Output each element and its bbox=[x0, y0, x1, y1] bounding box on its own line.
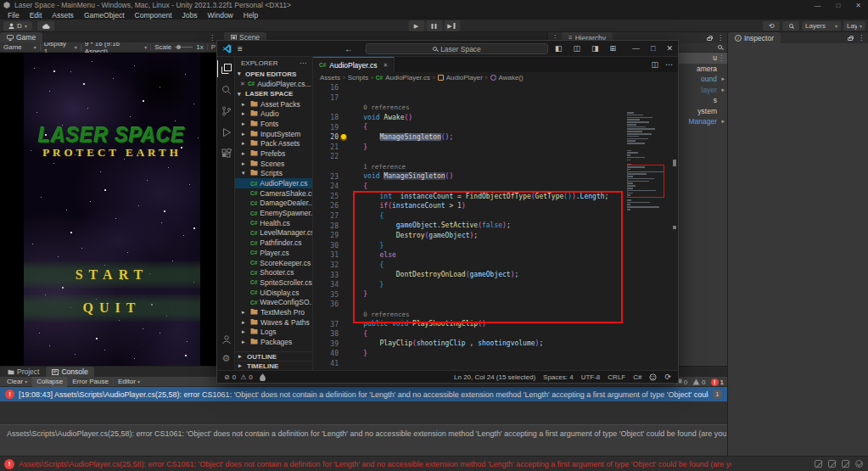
more-actions-icon[interactable]: ⋯ bbox=[300, 59, 306, 67]
quit-button[interactable]: QUIT bbox=[24, 294, 200, 322]
console-clear-button[interactable]: Clear▾ bbox=[3, 377, 31, 387]
explorer-activity-icon[interactable] bbox=[217, 60, 235, 77]
warning-count[interactable]: 0 bbox=[692, 378, 705, 386]
language-mode[interactable]: C# bbox=[633, 373, 641, 381]
encoding[interactable]: UTF-8 bbox=[581, 373, 601, 381]
menu-edit[interactable]: Edit bbox=[25, 11, 47, 20]
kebab-menu-icon[interactable]: ⋮ bbox=[858, 34, 865, 42]
breadcrumb[interactable]: Assets›Scripts›C#AudioPlayer.cs›AudioPla… bbox=[313, 72, 678, 83]
folder-prefebs[interactable]: ▸Prefebs bbox=[235, 149, 312, 159]
settings-gear-icon[interactable]: ⚙ bbox=[217, 350, 235, 367]
muted-icon[interactable] bbox=[828, 460, 836, 468]
tab-audioplayer-cs[interactable]: C# AudioPlayer.cs ✕ bbox=[313, 57, 395, 72]
codelens-references[interactable]: 0 references bbox=[363, 104, 409, 111]
minimize-icon[interactable]: — bbox=[632, 44, 640, 53]
console-editor-button[interactable]: Editor▾ bbox=[114, 377, 144, 387]
code-line-18[interactable]: 18 void Awake() bbox=[313, 113, 678, 123]
code-line-20[interactable]: 20 ManageSingleton(); bbox=[313, 132, 678, 143]
command-center-search[interactable]: Laser Space bbox=[366, 43, 548, 54]
kebab-menu-icon[interactable]: ⋮ bbox=[717, 34, 724, 42]
chevron-right-icon[interactable]: ▸ bbox=[721, 87, 725, 93]
lightbulb-icon[interactable] bbox=[341, 134, 346, 139]
code-line-26[interactable]: 26 if(instanceCount > 1) bbox=[313, 201, 678, 211]
unity-attach-flame-icon[interactable] bbox=[260, 373, 266, 381]
tab-console[interactable]: Console bbox=[46, 367, 93, 377]
toggle-secondary-sidebar-icon[interactable]: ◨ bbox=[591, 44, 599, 53]
folder-scripts[interactable]: ▾Scripts bbox=[235, 169, 312, 179]
search-button[interactable] bbox=[782, 21, 799, 31]
folder-packages[interactable]: ▸Packages bbox=[235, 337, 312, 347]
breadcrumb-item[interactable]: AudioPlayer.cs bbox=[385, 74, 430, 81]
code-line-41[interactable]: 41 bbox=[313, 359, 678, 369]
file-damagedealer-[interactable]: C#DamageDealer... bbox=[235, 199, 312, 209]
menu-jobs[interactable]: Jobs bbox=[178, 11, 202, 20]
problems-warnings[interactable]: ⚠0 bbox=[240, 373, 253, 381]
codelens-references[interactable]: 0 references bbox=[363, 311, 409, 318]
account-icon[interactable] bbox=[217, 331, 235, 348]
menu-window[interactable]: Window bbox=[204, 11, 238, 20]
undo-history-button[interactable]: ⟲ bbox=[763, 21, 780, 31]
tab-inspector[interactable]: i Inspector bbox=[728, 32, 781, 43]
cursor-position[interactable]: Ln 20, Col 24 (15 selected) bbox=[454, 373, 535, 381]
folder-inputsystem[interactable]: ▸InputSystem bbox=[235, 129, 312, 139]
file-camerashake-cs[interactable]: C#CameraShake.cs bbox=[235, 188, 312, 199]
folder-logs[interactable]: ▸Logs bbox=[235, 328, 312, 338]
maximize-icon[interactable]: □ bbox=[651, 44, 655, 53]
breadcrumb-item[interactable]: Scripts bbox=[348, 74, 368, 81]
more-actions-icon[interactable]: ⋯ bbox=[665, 60, 673, 69]
back-arrow-icon[interactable]: ← bbox=[344, 44, 353, 53]
codelens-references[interactable]: 1 reference bbox=[363, 163, 406, 171]
cloud-button[interactable] bbox=[37, 21, 54, 31]
indentation[interactable]: Spaces: 4 bbox=[543, 373, 574, 381]
file-audioplayer-cs[interactable]: C#AudioPlayer.cs bbox=[235, 178, 312, 188]
muted-icon[interactable] bbox=[815, 460, 822, 468]
hamburger-menu-icon[interactable]: ≡ bbox=[238, 44, 243, 53]
problems-errors[interactable]: ⊘0 bbox=[224, 373, 236, 381]
close-icon[interactable]: ✕ bbox=[240, 81, 245, 87]
kebab-menu-icon[interactable]: ⋮ bbox=[209, 34, 216, 42]
code-line-25[interactable]: 25 int instanceCount = FindObjectOfType(… bbox=[313, 192, 678, 202]
slider-handle[interactable] bbox=[176, 45, 181, 49]
start-button[interactable]: START bbox=[24, 261, 200, 289]
close-icon[interactable]: ✕ bbox=[855, 2, 861, 9]
file-pathfinder-cs[interactable]: C#Pathfinder.cs bbox=[235, 238, 312, 248]
console-collapse-button[interactable]: Collapse bbox=[32, 377, 67, 387]
code-line-19[interactable]: 19 { bbox=[313, 122, 678, 132]
account-button[interactable]: D ▾ bbox=[3, 21, 32, 31]
file-levelmanager-cs[interactable]: C#LevelManager.cs bbox=[235, 228, 312, 238]
play-focused-dropdown-fragment[interactable]: P bbox=[211, 43, 216, 51]
vscode-title-bar[interactable]: ≡ ← → Laser Space ◧ ◫ ◨ ⊞ — □ ✕ bbox=[217, 41, 678, 57]
code-line-34[interactable]: 34 } bbox=[313, 280, 678, 290]
code-line-38[interactable]: 38 { bbox=[313, 329, 678, 339]
code-line-28[interactable]: 28 gameObject.SetActive(false); bbox=[313, 221, 678, 231]
file-scorekeeper-cs[interactable]: C#ScoreKeeper.cs bbox=[235, 258, 312, 268]
outline-section[interactable]: ▸OUTLINE bbox=[235, 351, 312, 361]
chevron-right-icon[interactable]: ▸ bbox=[721, 76, 725, 82]
code-line-22[interactable]: 22 bbox=[313, 152, 678, 162]
code-line-33[interactable]: 33 DontDestroyOnLoad(gameObject); bbox=[313, 270, 678, 280]
run-debug-icon[interactable] bbox=[217, 124, 235, 141]
file-player-cs[interactable]: C#Player.cs bbox=[235, 248, 312, 258]
code-line-40[interactable]: 40 } bbox=[313, 349, 678, 359]
folder-textmesh-pro[interactable]: ▸TextMesh Pro bbox=[235, 307, 312, 317]
progress-status-icon[interactable] bbox=[855, 460, 863, 468]
muted-icon[interactable] bbox=[842, 460, 849, 468]
minimize-icon[interactable]: — bbox=[814, 2, 820, 9]
chevron-right-icon[interactable]: ▸ bbox=[721, 118, 725, 125]
code-line-35[interactable]: 35 } bbox=[313, 289, 678, 300]
codelens-row[interactable]: 1 reference bbox=[313, 162, 678, 172]
folder-pack-assets[interactable]: ▸Pack Assets bbox=[235, 138, 312, 149]
kebab-menu-icon[interactable]: ⋮ bbox=[718, 54, 725, 62]
split-editor-icon[interactable]: ◫ bbox=[651, 60, 658, 69]
open-editors-section[interactable]: ▾OPEN EDITORS bbox=[235, 69, 312, 79]
lock-icon[interactable] bbox=[707, 37, 712, 41]
minimap[interactable] bbox=[627, 112, 666, 214]
code-line-37[interactable]: 37 public void PlayShootingClip() bbox=[313, 319, 678, 329]
console-log-entry[interactable]: ! [19:08:43] Assets\Scripts\AudioPlayer.… bbox=[0, 387, 727, 401]
close-icon[interactable]: ✕ bbox=[384, 62, 389, 69]
tab-project[interactable]: Project bbox=[2, 367, 45, 377]
console-detail-text[interactable]: Assets\Scripts\AudioPlayer.cs(25,58): er… bbox=[0, 424, 727, 457]
menu-file[interactable]: File bbox=[3, 11, 24, 20]
code-line-17[interactable]: 17 bbox=[313, 93, 678, 104]
close-icon[interactable]: ✕ bbox=[666, 44, 673, 53]
